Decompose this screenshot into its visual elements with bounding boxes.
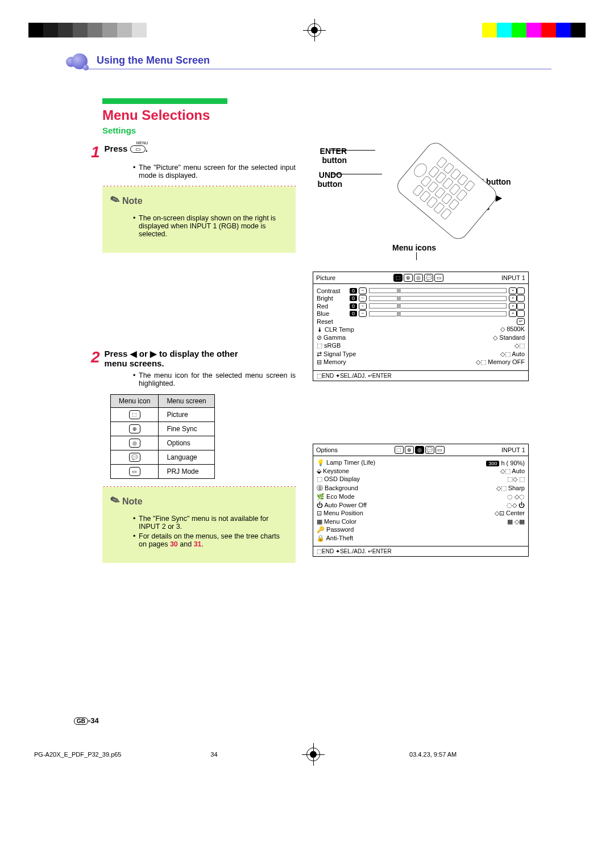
section-bar — [102, 98, 227, 104]
menu-button-icon: MENU ▭ — [130, 145, 146, 153]
registration-mark-icon — [308, 23, 321, 37]
gb-badge: GB — [74, 717, 88, 725]
osd-picture-title: Picture — [316, 274, 335, 281]
page-frame: Using the Menu Screen Menu Selections Se… — [63, 55, 551, 725]
table-row: ⊕Fine Sync — [111, 422, 215, 436]
osd-picture-icons: ⬚⊕◎💬▭ — [393, 274, 443, 282]
osd-picture: Picture ⬚⊕◎💬▭ INPUT 1 Contrast0−+Bright0… — [313, 272, 529, 381]
chapter-rule — [85, 69, 551, 70]
grayscale-strip — [28, 23, 161, 37]
page-ref-30: 30 — [170, 540, 178, 548]
step2-line2: menu screens. — [105, 358, 164, 368]
page-number: GB-34 — [74, 716, 99, 725]
note-icon: ✎ — [108, 192, 122, 208]
remote-diagram: ENTERbutton UNDObutton MENU button ▲, ▼,… — [313, 148, 529, 239]
footer-page: 34 — [210, 751, 217, 758]
step-number-2: 2 — [91, 349, 100, 368]
osd-options-footer: ⬚END ✦SEL./ADJ. ↵ENTER — [313, 546, 528, 556]
note-box-2: ✎Note The "Fine Sync" menu is not availa… — [102, 487, 296, 563]
color-strip — [467, 23, 586, 37]
step2-item: The menu icon for the selected menu scre… — [133, 372, 296, 387]
osd-picture-footer: ⬚END ✦SEL./ADJ. ↵ENTER — [313, 370, 528, 381]
registration-mark-icon — [306, 748, 320, 761]
registration-top — [0, 0, 614, 43]
note2-title: ✎Note — [110, 494, 288, 507]
menu-icon-table: Menu icon Menu screen ⬚Picture⊕Fine Sync… — [110, 394, 215, 479]
table-row: ◎Options — [111, 436, 215, 450]
label-enter: ENTERbutton — [290, 147, 347, 165]
right-column: ENTERbutton UNDObutton MENU button ▲, ▼,… — [313, 144, 529, 563]
step-2-heading: 2 Press ◀ or ▶ to display the other menu… — [91, 349, 296, 368]
osd-options: Options ⬚⊕◎💬▭ INPUT 1 💡 Lamp Timer (Life… — [313, 444, 529, 557]
step1-body: The "Picture" menu screen for the select… — [110, 164, 296, 180]
print-footer: PG-A20X_E_PDF_P32_39.p65 34 03.4.23, 9:5… — [0, 725, 614, 790]
footer-file: PG-A20X_E_PDF_P32_39.p65 — [34, 751, 122, 758]
step1-press: Press — [105, 144, 130, 153]
footer-date: 03.4.23, 9:57 AM — [409, 751, 457, 758]
step2-line1: Press ◀ or ▶ to display the other — [105, 349, 238, 358]
note2-item2: For details on the menus, see the tree c… — [133, 532, 288, 548]
section-subtitle: Settings — [102, 126, 551, 135]
note-box-1: ✎Note The on-screen display shown on the… — [102, 186, 296, 253]
note1-title: ✎Note — [110, 193, 288, 207]
table-row: ▭PRJ Mode — [111, 465, 215, 479]
note1-item: The on-screen display shown on the right… — [133, 214, 288, 238]
step-1-heading: 1 Press MENU ▭ . — [91, 144, 296, 160]
table-row: ⬚Picture — [111, 408, 215, 422]
chapter-title: Using the Menu Screen — [63, 55, 551, 66]
left-column: 1 Press MENU ▭ . The "Picture" menu scre… — [91, 144, 296, 563]
note2-item1: The "Fine Sync" menu is not available fo… — [133, 515, 288, 531]
osd-options-input: INPUT 1 — [501, 446, 525, 453]
step2-body: The menu icon for the selected menu scre… — [110, 372, 296, 387]
table-row: 💬Language — [111, 450, 215, 465]
osd-options-title: Options — [316, 446, 338, 453]
note-icon: ✎ — [108, 493, 122, 508]
page-ref-31: 31 — [194, 540, 202, 548]
osd-picture-input: INPUT 1 — [501, 274, 525, 281]
step1-item: The "Picture" menu screen for the select… — [133, 164, 296, 180]
step-number-1: 1 — [91, 144, 100, 160]
section-title: Menu Selections — [102, 107, 551, 123]
table-header-icon: Menu icon — [111, 395, 159, 408]
table-header-screen: Menu screen — [159, 395, 214, 408]
osd-options-icons: ⬚⊕◎💬▭ — [395, 446, 445, 454]
label-menu-icons: Menu icons — [392, 243, 529, 252]
menu-button-label: MENU — [136, 141, 148, 145]
label-undo: UNDObutton — [297, 170, 342, 189]
remote-control — [393, 139, 500, 243]
